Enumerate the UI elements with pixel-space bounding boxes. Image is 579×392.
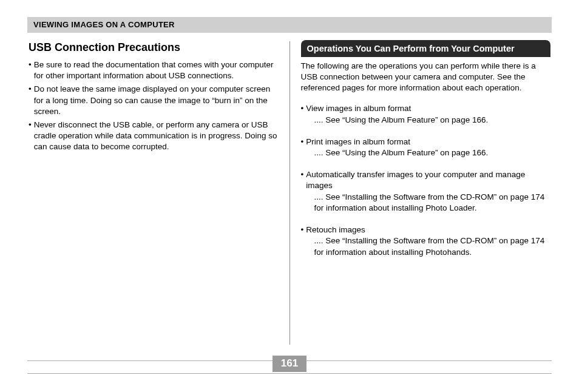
document-page: VIEWING IMAGES ON A COMPUTER USB Connect…: [0, 0, 579, 392]
operation-title: Print images in album format: [306, 137, 410, 147]
operations-heading: Operations You Can Perform from Your Com…: [301, 40, 551, 57]
page-number: 161: [273, 356, 306, 372]
page-footer: 161: [27, 357, 552, 374]
operation-item: • Automatically transfer images to your …: [301, 169, 551, 214]
operations-intro: The following are the operations you can…: [301, 61, 551, 94]
operation-reference: .... See “Using the Album Feature” on pa…: [301, 115, 551, 126]
bullet-dot-icon: •: [29, 84, 34, 117]
operation-reference: .... See “Installing the Software from t…: [301, 235, 551, 257]
bullet-dot-icon: •: [29, 59, 34, 81]
bullet-dot-icon: •: [301, 169, 306, 191]
operation-title: Retouch images: [306, 225, 365, 235]
operation-reference: .... See “Installing the Software from t…: [301, 192, 551, 214]
footer-rule-bottom: [27, 373, 552, 374]
two-column-layout: USB Connection Precautions • Be sure to …: [27, 38, 552, 347]
operation-item: • Print images in album format .... See …: [301, 137, 551, 158]
operation-item: • View images in album format .... See “…: [301, 103, 551, 125]
right-column: Operations You Can Perform from Your Com…: [290, 38, 552, 347]
operation-title: View images in album format: [306, 103, 411, 114]
precaution-text: Do not leave the same image displayed on…: [34, 84, 279, 117]
left-title: USB Connection Precautions: [29, 40, 279, 55]
precaution-text: Never disconnect the USB cable, or perfo…: [34, 120, 279, 153]
bullet-dot-icon: •: [301, 103, 306, 114]
bullet-dot-icon: •: [29, 120, 34, 153]
precaution-bullet: • Do not leave the same image displayed …: [29, 84, 279, 117]
bullet-dot-icon: •: [301, 137, 306, 147]
left-column: USB Connection Precautions • Be sure to …: [27, 38, 290, 347]
precaution-bullet: • Never disconnect the USB cable, or per…: [29, 120, 279, 153]
section-header-bar: VIEWING IMAGES ON A COMPUTER: [27, 17, 552, 33]
precaution-bullet: • Be sure to read the documentation that…: [29, 59, 279, 81]
operation-title: Automatically transfer images to your co…: [306, 169, 550, 191]
section-header-text: VIEWING IMAGES ON A COMPUTER: [33, 20, 175, 29]
operation-item: • Retouch images .... See “Installing th…: [301, 225, 551, 258]
precaution-text: Be sure to read the documentation that c…: [34, 59, 279, 81]
bullet-dot-icon: •: [301, 225, 306, 235]
operation-reference: .... See “Using the Album Feature” on pa…: [301, 147, 551, 158]
